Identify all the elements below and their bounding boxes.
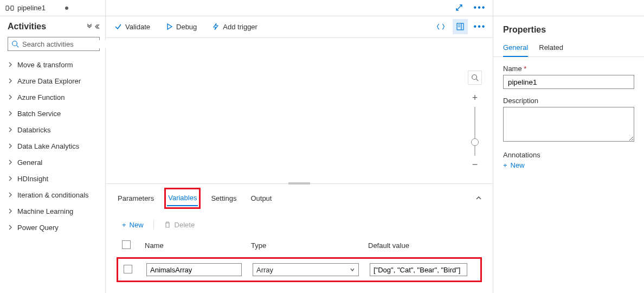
add-trigger-label: Add trigger <box>223 23 257 31</box>
select-all-checkbox[interactable] <box>122 240 131 249</box>
unsaved-indicator <box>65 7 68 10</box>
tab-strip: pipeline1 <box>0 0 105 16</box>
delete-variable-button: Delete <box>164 221 195 229</box>
tab-settings[interactable]: Settings <box>210 191 237 206</box>
tab-general[interactable]: General <box>503 40 528 57</box>
name-label: Name * <box>503 65 634 73</box>
main-panel: ••• Validate Debug Add trigger ••• + − <box>106 0 493 293</box>
chevron-right-icon <box>8 192 13 198</box>
name-input[interactable] <box>503 75 634 89</box>
column-default: Default value <box>368 241 476 250</box>
activities-search[interactable] <box>8 37 100 51</box>
activities-group[interactable]: Machine Learning <box>0 203 105 219</box>
chevron-right-icon <box>8 127 13 132</box>
new-annotation-label: New <box>511 161 525 169</box>
tab-parameters[interactable]: Parameters <box>117 191 155 206</box>
activities-panel: pipeline1 Activities Move & transform Az… <box>0 0 106 293</box>
variables-table-header: Name Type Default value <box>117 237 482 254</box>
collapse-panel-icon[interactable] <box>475 195 482 201</box>
zoom-in-button[interactable]: + <box>472 92 478 104</box>
canvas-tools: + − <box>468 71 482 170</box>
new-annotation-button[interactable]: + New <box>503 159 634 171</box>
bottom-panel: Parameters Variables Settings Output + N… <box>106 183 493 293</box>
expand-icon[interactable] <box>452 0 467 15</box>
properties-title: Properties <box>493 16 644 40</box>
row-checkbox[interactable] <box>124 265 132 273</box>
canvas-search-button[interactable] <box>468 71 482 85</box>
variable-type-select[interactable]: Array <box>253 263 359 276</box>
activities-group[interactable]: Databricks <box>0 122 105 138</box>
delete-label: Delete <box>175 221 195 229</box>
pipeline-icon <box>5 4 14 12</box>
bottom-tabs: Parameters Variables Settings Output <box>117 186 482 210</box>
description-textarea[interactable] <box>503 107 634 142</box>
debug-button[interactable]: Debug <box>162 21 200 33</box>
zoom-thumb[interactable] <box>471 138 479 146</box>
variable-default-input[interactable] <box>370 263 467 276</box>
activities-group-label: Batch Service <box>17 110 61 118</box>
activities-group-label: Azure Data Explorer <box>17 77 81 85</box>
activities-group-label: Iteration & conditionals <box>17 191 89 199</box>
variable-name-input[interactable] <box>146 263 242 276</box>
play-icon <box>165 23 173 30</box>
svg-rect-0 <box>6 6 9 10</box>
tab-output[interactable]: Output <box>249 191 273 206</box>
panel-resize-handle[interactable] <box>288 182 310 184</box>
activities-group[interactable]: HDInsight <box>0 170 105 187</box>
properties-toggle-icon[interactable] <box>453 19 468 34</box>
description-field: Description <box>503 97 634 143</box>
activities-group[interactable]: Data Lake Analytics <box>0 138 105 154</box>
activities-group-label: Azure Function <box>17 93 65 101</box>
activities-group[interactable]: Batch Service <box>0 105 105 122</box>
pipeline-toolbar: Validate Debug Add trigger ••• <box>106 16 493 38</box>
validate-button[interactable]: Validate <box>111 21 153 33</box>
properties-tabs: General Related <box>493 40 644 57</box>
chevron-right-icon <box>8 62 13 67</box>
code-view-icon[interactable] <box>433 19 448 34</box>
svg-line-4 <box>17 46 19 48</box>
activities-group-label: Power Query <box>17 224 59 232</box>
variable-row: Array <box>117 257 482 282</box>
activities-group-label: General <box>17 158 42 167</box>
trash-icon <box>164 221 171 228</box>
description-label: Description <box>503 97 634 105</box>
variables-actions: + New Delete <box>117 210 482 237</box>
new-variable-button[interactable]: + New <box>122 221 144 229</box>
zoom-out-button[interactable]: − <box>472 159 478 170</box>
tab-title[interactable]: pipeline1 <box>17 4 46 12</box>
activities-group[interactable]: Azure Data Explorer <box>0 73 105 89</box>
chevron-right-icon <box>8 143 13 149</box>
activities-group[interactable]: Power Query <box>0 219 105 235</box>
annotations-section: Annotations + New <box>503 151 634 171</box>
tab-variables[interactable]: Variables <box>167 190 198 206</box>
collapse-down-icon[interactable] <box>87 24 92 29</box>
activities-group-label: Move & transform <box>17 61 73 69</box>
collapse-left-icon[interactable] <box>94 24 100 29</box>
zoom-slider[interactable] <box>474 107 475 156</box>
tab-related[interactable]: Related <box>539 40 563 56</box>
chevron-right-icon <box>8 225 13 230</box>
pipeline-canvas[interactable]: + − <box>106 38 493 183</box>
props-header-strip <box>493 0 644 16</box>
activities-group[interactable]: Iteration & conditionals <box>0 187 105 203</box>
new-label: New <box>130 221 144 229</box>
trigger-icon <box>212 23 220 30</box>
chevron-right-icon <box>8 111 13 116</box>
plus-icon: + <box>122 221 126 229</box>
activities-group[interactable]: Azure Function <box>0 89 105 105</box>
activities-list: Move & transform Azure Data Explorer Azu… <box>0 55 105 237</box>
activities-group[interactable]: General <box>0 154 105 170</box>
divider <box>153 220 154 230</box>
main-header-strip: ••• <box>106 0 493 16</box>
more-icon[interactable]: ••• <box>472 0 487 15</box>
activities-group[interactable]: Move & transform <box>0 56 105 73</box>
add-trigger-button[interactable]: Add trigger <box>209 21 261 33</box>
svg-point-9 <box>472 74 477 79</box>
more-actions-icon[interactable]: ••• <box>472 19 487 34</box>
name-field: Name * <box>503 65 634 89</box>
svg-point-3 <box>12 41 17 46</box>
chevron-right-icon <box>8 208 13 214</box>
search-input[interactable] <box>22 40 113 48</box>
activities-group-label: Data Lake Analytics <box>17 142 79 150</box>
annotations-label: Annotations <box>503 151 634 159</box>
